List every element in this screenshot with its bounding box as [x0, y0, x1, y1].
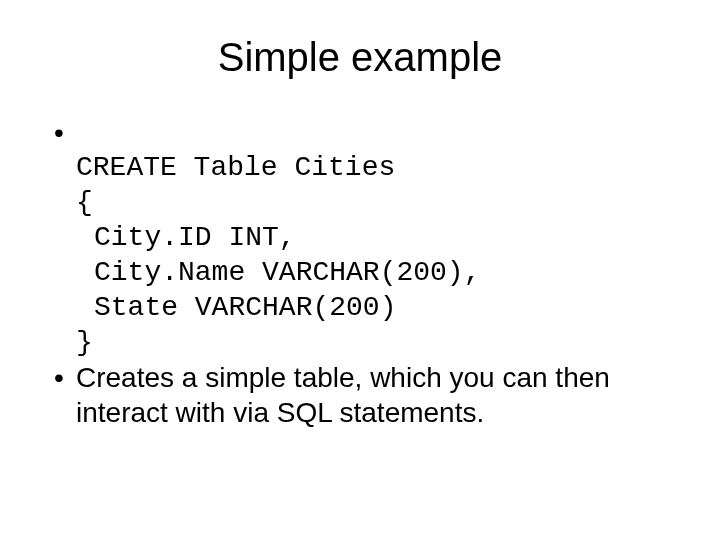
- bullet-item-description: • Creates a simple table, which you can …: [50, 360, 670, 430]
- code-line-4: City.Name VARCHAR(200),: [76, 257, 480, 288]
- code-line-1: CREATE Table Cities: [76, 152, 395, 183]
- description-text: Creates a simple table, which you can th…: [76, 360, 670, 430]
- bullet-marker: •: [50, 115, 76, 360]
- slide-title: Simple example: [50, 35, 670, 80]
- bullet-item-code: • CREATE Table Cities { City.ID INT, Cit…: [50, 115, 670, 360]
- code-line-5: State VARCHAR(200): [76, 292, 396, 323]
- slide-content: • CREATE Table Cities { City.ID INT, Cit…: [50, 115, 670, 430]
- code-line-2: {: [76, 187, 93, 218]
- bullet-marker: •: [50, 360, 76, 430]
- code-line-6: }: [76, 327, 93, 358]
- code-block: CREATE Table Cities { City.ID INT, City.…: [76, 115, 670, 360]
- code-line-3: City.ID INT,: [76, 222, 296, 253]
